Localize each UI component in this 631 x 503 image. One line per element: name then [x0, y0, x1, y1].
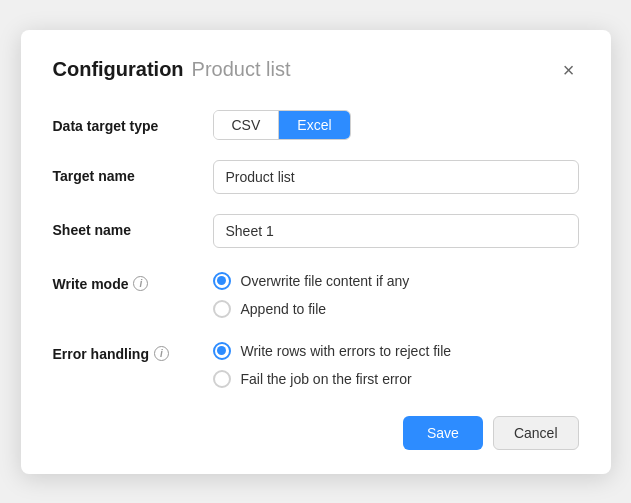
- target-name-control: [213, 160, 579, 194]
- save-button[interactable]: Save: [403, 416, 483, 450]
- error-handling-radio-group: Write rows with errors to reject file Fa…: [213, 338, 579, 388]
- error-handling-option-2[interactable]: Fail the job on the first error: [213, 370, 579, 388]
- error-handling-info-icon: i: [154, 346, 169, 361]
- data-target-type-label: Data target type: [53, 110, 213, 134]
- error-handling-row: Error handling i Write rows with errors …: [53, 338, 579, 388]
- data-target-type-row: Data target type CSV Excel: [53, 110, 579, 140]
- sheet-name-label: Sheet name: [53, 214, 213, 238]
- write-mode-option-1-label: Overwrite file content if any: [241, 273, 410, 289]
- target-name-label: Target name: [53, 160, 213, 184]
- error-handling-radio-1: [213, 342, 231, 360]
- write-mode-radio-group: Overwrite file content if any Append to …: [213, 268, 579, 318]
- sheet-name-row: Sheet name: [53, 214, 579, 248]
- close-button[interactable]: ×: [559, 58, 579, 82]
- error-handling-option-1-label: Write rows with errors to reject file: [241, 343, 452, 359]
- error-handling-option-2-label: Fail the job on the first error: [241, 371, 412, 387]
- write-mode-label: Write mode i: [53, 268, 213, 292]
- dialog-header: Configuration Product list ×: [53, 58, 579, 82]
- write-mode-radio-1: [213, 272, 231, 290]
- configuration-dialog: Configuration Product list × Data target…: [21, 30, 611, 474]
- write-mode-radio-inner-1: [217, 276, 226, 285]
- write-mode-option-2-label: Append to file: [241, 301, 327, 317]
- error-handling-control: Write rows with errors to reject file Fa…: [213, 338, 579, 388]
- csv-toggle-button[interactable]: CSV: [214, 111, 280, 139]
- write-mode-option-2[interactable]: Append to file: [213, 300, 579, 318]
- write-mode-control: Overwrite file content if any Append to …: [213, 268, 579, 318]
- write-mode-row: Write mode i Overwrite file content if a…: [53, 268, 579, 318]
- error-handling-radio-inner-1: [217, 346, 226, 355]
- target-name-row: Target name: [53, 160, 579, 194]
- data-target-type-control: CSV Excel: [213, 110, 579, 140]
- cancel-button[interactable]: Cancel: [493, 416, 579, 450]
- sheet-name-control: [213, 214, 579, 248]
- write-mode-option-1[interactable]: Overwrite file content if any: [213, 272, 579, 290]
- dialog-footer: Save Cancel: [53, 416, 579, 450]
- excel-toggle-button[interactable]: Excel: [279, 111, 349, 139]
- toggle-group: CSV Excel: [213, 110, 351, 140]
- error-handling-radio-2: [213, 370, 231, 388]
- target-name-input[interactable]: [213, 160, 579, 194]
- dialog-title-bold: Configuration: [53, 58, 184, 81]
- write-mode-info-icon: i: [133, 276, 148, 291]
- error-handling-option-1[interactable]: Write rows with errors to reject file: [213, 342, 579, 360]
- write-mode-radio-2: [213, 300, 231, 318]
- sheet-name-input[interactable]: [213, 214, 579, 248]
- dialog-title-light: Product list: [192, 58, 291, 81]
- error-handling-label: Error handling i: [53, 338, 213, 362]
- dialog-title: Configuration Product list: [53, 58, 291, 81]
